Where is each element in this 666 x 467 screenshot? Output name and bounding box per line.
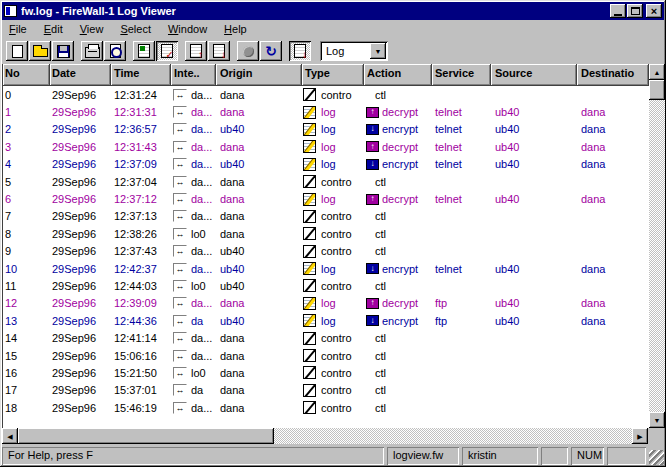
menu-file[interactable]: File <box>5 21 31 37</box>
close-button[interactable]: × <box>646 4 662 18</box>
log-type-icon <box>303 297 316 310</box>
cell-origin: ub40 <box>216 156 302 173</box>
log-row[interactable]: 929Sep9612:37:43↔da...ub40controctl <box>3 243 649 260</box>
column-header-origin[interactable]: Origin <box>216 64 302 86</box>
column-header-type[interactable]: Type <box>302 64 364 86</box>
cell-source: ub40 <box>491 103 577 120</box>
log-row[interactable]: 1429Sep9612:41:14↔da...danacontroctl <box>3 329 649 346</box>
log-rows: 029Sep9612:31:24↔da...danacontroctl129Se… <box>3 86 649 428</box>
close-icon: × <box>651 6 657 16</box>
column-header-service[interactable]: Service <box>432 64 491 86</box>
cell-iface: ↔da... <box>171 121 216 138</box>
log-row[interactable]: 1629Sep9615:21:50↔lo0danacontroctl <box>3 364 649 381</box>
column-header-destination[interactable]: Destinatio <box>577 64 649 86</box>
log-row[interactable]: 529Sep9612:37:04↔da...danacontroctl <box>3 173 649 190</box>
horizontal-scroll-track[interactable] <box>274 428 632 444</box>
vertical-scroll-thumb[interactable] <box>649 80 665 100</box>
stop-button[interactable] <box>237 41 259 61</box>
reload-button[interactable]: ↻ <box>260 41 282 61</box>
interface-icon: ↔ <box>173 263 187 275</box>
cell-time: 12:37:13 <box>111 208 171 225</box>
maximize-button[interactable] <box>627 4 643 18</box>
scroll-down-button[interactable]: ▼ <box>649 412 665 428</box>
cell-type: contro <box>302 347 364 364</box>
log-row[interactable]: 1529Sep9615:06:16↔da...danacontroctl <box>3 347 649 364</box>
app-icon[interactable] <box>4 5 17 17</box>
cell-action: ctl <box>364 86 432 103</box>
cell-origin: dana <box>216 295 302 312</box>
cell-date: 29Sep96 <box>50 347 111 364</box>
minimize-button[interactable] <box>610 4 626 18</box>
column-header-time[interactable]: Time <box>111 64 171 86</box>
cell-date: 29Sep96 <box>50 399 111 416</box>
log-row[interactable]: 329Sep9612:31:43↔da...danalog↑decrypttel… <box>3 138 649 155</box>
cell-time: 12:37:09 <box>111 156 171 173</box>
cell-dest: dana <box>577 190 649 207</box>
log-row[interactable]: 1329Sep9612:44:36↔daub40log↓encryptftpub… <box>3 312 649 329</box>
chevron-down-icon[interactable]: ▼ <box>370 43 386 59</box>
column-header-interface[interactable]: Inte.. <box>171 64 216 86</box>
print-button[interactable] <box>81 41 103 61</box>
menu-help[interactable]: Help <box>220 21 251 37</box>
cell-service: telnet <box>432 190 491 207</box>
log-row[interactable]: 1129Sep9612:44:03↔lo0ub40controctl <box>3 277 649 294</box>
open-button[interactable] <box>29 41 51 61</box>
vertical-scrollbar[interactable]: ▲ ▼ <box>649 64 665 428</box>
new-button[interactable] <box>6 41 28 61</box>
cell-origin: ub40 <box>216 260 302 277</box>
control-type-icon <box>303 401 316 414</box>
log-mode-value: Log <box>320 45 370 57</box>
print-preview-button[interactable] <box>104 41 126 61</box>
cell-dest <box>577 399 649 416</box>
log-mode-dropdown[interactable]: Log ▼ <box>320 41 388 61</box>
scroll-left-button[interactable]: ◀ <box>2 428 18 444</box>
cell-origin: dana <box>216 208 302 225</box>
log-view-button[interactable] <box>133 41 155 61</box>
active-log-button[interactable]: ↓ <box>289 41 311 61</box>
save-button[interactable] <box>52 41 74 61</box>
horizontal-scrollbar[interactable]: ◀ ▶ <box>2 428 664 444</box>
cell-dest: dana <box>577 156 649 173</box>
scroll-up-button[interactable]: ▲ <box>649 64 665 80</box>
scroll-right-button[interactable]: ▶ <box>632 428 648 444</box>
column-header-action[interactable]: Action <box>364 64 432 86</box>
log-row[interactable]: 029Sep9612:31:24↔da...danacontroctl <box>3 86 649 103</box>
log-row[interactable]: 1029Sep9612:42:37↔da...ub40log↓encryptte… <box>3 260 649 277</box>
menu-window[interactable]: Window <box>164 21 211 37</box>
log-row[interactable]: 229Sep9612:36:57↔da...ub40log↓encrypttel… <box>3 121 649 138</box>
cell-no: 9 <box>3 243 50 260</box>
cell-type: contro <box>302 86 364 103</box>
resize-grip[interactable] <box>649 450 664 465</box>
cell-dest: dana <box>577 138 649 155</box>
cell-action: ctl <box>364 329 432 346</box>
vertical-scroll-track[interactable] <box>649 100 665 412</box>
column-header-source[interactable]: Source <box>491 64 577 86</box>
interface-icon: ↔ <box>173 402 187 414</box>
menu-edit[interactable]: Edit <box>40 21 67 37</box>
log-row[interactable]: 629Sep9612:37:12↔da...danalog↑decrypttel… <box>3 190 649 207</box>
cell-action: ctl <box>364 208 432 225</box>
log-row[interactable]: 129Sep9612:31:31↔da...danalog↑decrypttel… <box>3 103 649 120</box>
menu-select[interactable]: Select <box>116 21 155 37</box>
cell-iface: ↔da... <box>171 208 216 225</box>
log-select-button[interactable]: ✓ <box>156 41 178 61</box>
status-panel-3 <box>541 447 568 465</box>
log-top-button[interactable]: ↑ <box>185 41 207 61</box>
horizontal-scroll-thumb[interactable] <box>18 428 274 444</box>
menu-view[interactable]: View <box>76 21 108 37</box>
scroll-right-icon: ▶ <box>637 433 642 440</box>
cell-dest <box>577 225 649 242</box>
log-row[interactable]: 829Sep9612:38:26↔lo0danacontroctl <box>3 225 649 242</box>
column-header-date[interactable]: Date <box>50 64 111 86</box>
column-header-no[interactable]: No <box>3 64 50 86</box>
log-row[interactable]: 1829Sep9615:46:19↔da...danacontroctl <box>3 399 649 416</box>
log-row[interactable]: 1229Sep9612:39:09↔da...danalog↑decryptft… <box>3 295 649 312</box>
reload-icon: ↻ <box>265 44 277 58</box>
log-row[interactable]: 1729Sep9615:37:01↔dadanacontroctl <box>3 382 649 399</box>
cell-service <box>432 173 491 190</box>
cell-type: contro <box>302 208 364 225</box>
log-scroll-icon <box>138 44 150 58</box>
log-row[interactable]: 429Sep9612:37:09↔da...ub40log↓encrypttel… <box>3 156 649 173</box>
log-row[interactable]: 729Sep9612:37:13↔da...danacontroctl <box>3 208 649 225</box>
log-bottom-button[interactable]: ↓ <box>208 41 230 61</box>
